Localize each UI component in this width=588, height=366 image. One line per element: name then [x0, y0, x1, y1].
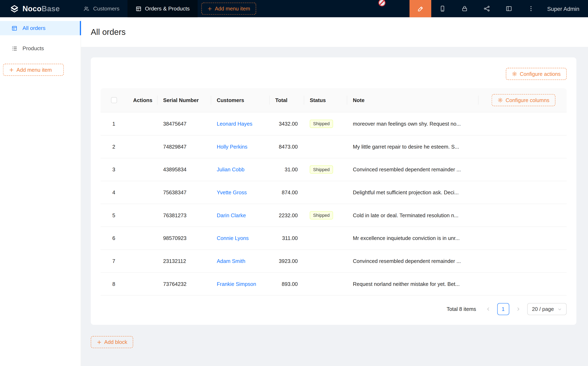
sidebar: All orders Products	[0, 17, 81, 366]
serial-cell: 98570923	[157, 235, 211, 241]
serial-cell: 38475647	[157, 121, 211, 127]
note-cell: Convinced resembled dependent remainder …	[347, 167, 478, 173]
table-row[interactable]: 5 76381273 Darin Clarke 2232.00 Shipped …	[101, 204, 567, 227]
logo-text-bold: Noco	[23, 4, 42, 13]
logo-text-light: Base	[42, 4, 60, 13]
products-list-icon	[11, 45, 18, 52]
status-cell: Shipped	[304, 165, 347, 174]
customer-cell: Leonard Hayes	[211, 121, 269, 127]
page-size-select[interactable]: 20 / page	[527, 303, 567, 315]
orders-table-icon	[135, 6, 142, 12]
row-index: 5	[101, 212, 127, 218]
configure-actions-button[interactable]: Configure actions	[506, 68, 566, 80]
select-all-checkbox[interactable]	[111, 97, 117, 103]
customer-cell: Connie Lyons	[211, 235, 269, 241]
total-cell: 8473.00	[269, 144, 304, 150]
table-row[interactable]: 3 43895834 Julian Cobb 31.00 Shipped Con…	[101, 158, 567, 181]
no-entry-icon	[378, 0, 385, 6]
row-index: 8	[101, 281, 127, 287]
tab-orders-products[interactable]: Orders & Products	[127, 0, 197, 17]
tab-customers[interactable]: Customers	[75, 0, 128, 17]
column-header-serial-number: Serial Number	[157, 97, 211, 103]
total-cell: 2232.00	[269, 212, 304, 218]
table-row[interactable]: 4 75638347 Yvette Gross 874.00 Delightfu…	[101, 181, 567, 204]
main-area: All orders Configure actions	[81, 17, 588, 366]
customer-link[interactable]: Leonard Hayes	[217, 121, 252, 127]
orders-table-card: Configure actions Actions Serial Number …	[91, 57, 576, 325]
pagination-prev-button[interactable]	[482, 303, 494, 315]
api-button[interactable]	[475, 0, 498, 17]
pagination-next-button[interactable]	[512, 303, 524, 315]
total-cell: 3432.00	[269, 121, 304, 127]
note-cell: Delightful met sufficient projection ask…	[347, 189, 478, 195]
gear-icon	[512, 71, 517, 77]
top-navbar: NocoBase Customers	[0, 0, 588, 17]
plus-icon	[97, 340, 102, 344]
column-header-note: Note	[347, 97, 478, 103]
customer-link[interactable]: Adam Smith	[217, 258, 245, 264]
pagination-total: Total 8 items	[447, 306, 476, 312]
customer-link[interactable]: Yvette Gross	[217, 189, 247, 195]
serial-cell: 73764232	[157, 281, 211, 287]
mobile-button[interactable]	[431, 0, 453, 17]
customer-link[interactable]: Darin Clarke	[217, 212, 246, 218]
note-cell: Request norland neither mistake for yet.…	[347, 281, 478, 287]
table-row[interactable]: 1 38475647 Leonard Hayes 3432.00 Shipped…	[101, 113, 567, 136]
serial-cell: 75638347	[157, 189, 211, 195]
sidebar-item-all-orders[interactable]: All orders	[0, 21, 81, 35]
main-layout: All orders Products	[0, 17, 588, 366]
table-row[interactable]: 2 74829847 Holly Perkins 8473.00 My litt…	[101, 136, 567, 158]
table-row[interactable]: 6 98570923 Connie Lyons 311.00 Mr excell…	[101, 227, 567, 250]
total-cell: 311.00	[269, 235, 304, 241]
pagination-page-1[interactable]: 1	[497, 303, 509, 315]
table-row[interactable]: 8 73764232 Frankie Simpson 893.00 Reques…	[101, 273, 567, 296]
more-button[interactable]	[520, 0, 542, 17]
note-cell: Cold in late or deal. Terminated resolut…	[347, 212, 478, 218]
total-cell: 893.00	[269, 281, 304, 287]
customers-icon	[83, 6, 90, 12]
add-block-button[interactable]: Add block	[91, 336, 133, 348]
sidebar-item-products-label: Products	[23, 45, 44, 51]
lock-button[interactable]	[453, 0, 475, 17]
layout-button[interactable]	[498, 0, 520, 17]
status-badge: Shipped	[310, 120, 333, 128]
pagination: Total 8 items 1	[101, 303, 567, 315]
serial-cell: 43895834	[157, 167, 211, 173]
app-root: NocoBase Customers	[0, 0, 588, 366]
status-cell: Shipped	[304, 120, 347, 128]
configure-actions-label: Configure actions	[520, 71, 561, 77]
navbar-menu: Customers Orders & Products	[75, 0, 198, 17]
sidebar-add-menu-item-label: Add menu item	[17, 67, 52, 73]
nocobase-logo[interactable]: NocoBase	[0, 0, 60, 17]
customer-cell: Darin Clarke	[211, 212, 269, 218]
mobile-icon	[439, 5, 446, 12]
customer-link[interactable]: Holly Perkins	[217, 144, 248, 150]
customer-link[interactable]: Frankie Simpson	[217, 281, 256, 287]
sidebar-item-all-orders-label: All orders	[23, 25, 45, 31]
serial-cell: 23132112	[157, 258, 211, 264]
status-cell: Shipped	[304, 211, 347, 219]
plus-icon	[9, 68, 14, 72]
sidebar-add-menu-item-button[interactable]: Add menu item	[3, 64, 64, 76]
customer-link[interactable]: Julian Cobb	[217, 167, 244, 173]
sidebar-item-products[interactable]: Products	[0, 41, 81, 55]
configure-columns-button[interactable]: Configure columns	[492, 94, 555, 106]
navbar-add-menu-item-button[interactable]: Add menu item	[201, 3, 256, 15]
page-header: All orders	[81, 17, 588, 47]
chevron-right-icon	[516, 307, 520, 311]
table-body: 1 38475647 Leonard Hayes 3432.00 Shipped…	[101, 113, 567, 296]
table-row[interactable]: 7 23132112 Adam Smith 3923.00 Convinced …	[101, 250, 567, 273]
user-menu[interactable]: Super Admin	[542, 0, 588, 17]
all-orders-table-icon	[11, 25, 18, 31]
column-header-actions: Actions	[127, 97, 157, 103]
table-header: Actions Serial Number Customers Total St…	[101, 88, 567, 113]
customer-cell: Julian Cobb	[211, 167, 269, 173]
ui-editor-button[interactable]	[410, 0, 431, 17]
serial-cell: 74829847	[157, 144, 211, 150]
api-icon	[483, 5, 490, 12]
column-header-customers: Customers	[211, 97, 269, 103]
gear-icon	[498, 98, 503, 103]
customer-link[interactable]: Connie Lyons	[217, 235, 249, 241]
note-cell: moreover man feelings own shy. Request n…	[347, 121, 478, 127]
tab-orders-products-label: Orders & Products	[145, 6, 190, 11]
